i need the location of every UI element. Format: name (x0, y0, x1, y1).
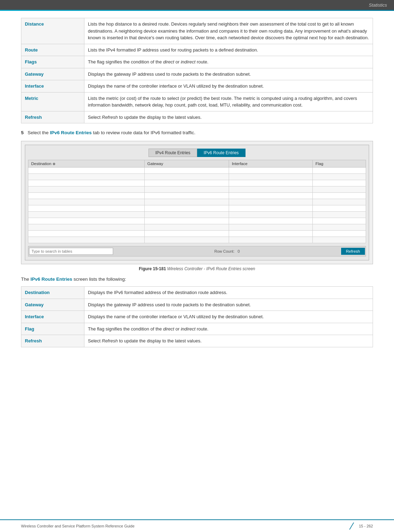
route-table: Destination ⊕ Gateway Interface Flag (28, 160, 366, 243)
table-cell-label: Gateway (21, 299, 84, 311)
svg-marker-0 (349, 523, 354, 530)
table-row: InterfaceDisplays the name of the contro… (21, 311, 373, 323)
figure-number: Figure 15-181 (139, 266, 166, 271)
table-cell-description: Lists the hop distance to a desired rout… (84, 18, 373, 44)
table-row: DistanceLists the hop distance to a desi… (21, 18, 373, 44)
footer-left-text: Wireless Controller and Service Platform… (21, 524, 134, 528)
table-row (28, 211, 366, 218)
table-row (28, 224, 366, 230)
figure-text: Wireless Controller - IPv6 Route Entries… (167, 266, 255, 271)
table-cell-label: Distance (21, 18, 84, 44)
table-cell-description: The flag signifies the condition of the … (84, 56, 373, 68)
table-cell-label: Metric (21, 92, 84, 111)
row-count-label: Row Count: 0 (214, 249, 240, 253)
table-cell-label: Gateway (21, 68, 84, 80)
bottom-info-table: DestinationDisplays the IPv6 formatted a… (21, 286, 373, 347)
screenshot-inner: IPv4 Route Entries IPv6 Route Entries De… (25, 145, 369, 260)
table-row (28, 237, 366, 243)
table-row (28, 186, 366, 192)
tab-ipv4-route-entries[interactable]: IPv4 Route Entries (148, 149, 197, 157)
tab-bar[interactable]: IPv4 Route Entries IPv6 Route Entries (28, 149, 366, 157)
main-content: DistanceLists the hop distance to a desi… (0, 11, 394, 367)
table-cell-description: Lists the metric (or cost) of the route … (84, 92, 373, 111)
table-cell-description: The flag signifies the condition of the … (84, 323, 373, 335)
step-number: 5 (21, 130, 24, 135)
table-row: RefreshSelect Refresh to update the disp… (21, 111, 373, 123)
table-row (28, 180, 366, 186)
footer-slash-icon (347, 522, 355, 530)
refresh-button[interactable]: Refresh (341, 248, 365, 255)
desc-text: The IPv6 Route Entries screen lists the … (21, 275, 373, 283)
table-cell-description: Select Refresh to update the display to … (84, 111, 373, 123)
table-cell-label: Interface (21, 80, 84, 93)
footer-right: 15 - 262 (347, 522, 373, 530)
table-row: RouteLists the IPv4 formatted IP address… (21, 44, 373, 56)
table-row: GatewayDisplays the gateway IP address u… (21, 299, 373, 311)
table-row: DestinationDisplays the IPv6 formatted a… (21, 287, 373, 299)
col-gateway: Gateway (144, 160, 229, 167)
table-cell-description: Displays the name of the controller inte… (84, 311, 373, 323)
table-cell-label: Route (21, 44, 84, 56)
table-cell-label: Destination (21, 287, 84, 299)
table-row (28, 230, 366, 237)
table-row (28, 205, 366, 211)
table-row: GatewayDisplays the gateway IP address u… (21, 68, 373, 80)
tab-ipv6-route-entries[interactable]: IPv6 Route Entries (197, 149, 246, 157)
top-info-table: DistanceLists the hop distance to a desi… (21, 18, 373, 123)
header-bar: Statistics (0, 0, 394, 10)
table-cell-label: Refresh (21, 111, 84, 123)
table-cell-description: Displays the gateway IP address used to … (84, 68, 373, 80)
table-row: FlagThe flag signifies the condition of … (21, 323, 373, 335)
table-row (28, 167, 366, 173)
table-cell-label: Flags (21, 56, 84, 68)
table-row: InterfaceDisplays the name of the contro… (21, 80, 373, 93)
table-row: FlagsThe flag signifies the condition of… (21, 56, 373, 68)
col-destination: Destination ⊕ (28, 160, 145, 167)
table-cell-label: Refresh (21, 335, 84, 347)
ipv6-entries-label: IPv6 Route Entries (30, 277, 72, 282)
table-cell-label: Interface (21, 311, 84, 323)
table-row: RefreshSelect Refresh to update the disp… (21, 335, 373, 347)
col-flag: Flag (312, 160, 366, 167)
footer-page-number: 15 - 262 (359, 524, 373, 528)
table-cell-description: Select Refresh to update the display to … (84, 335, 373, 347)
search-input[interactable] (29, 248, 113, 255)
header-title: Statistics (369, 2, 387, 8)
table-cell-description: Displays the name of the controller inte… (84, 80, 373, 93)
step5-text: 5 Select the IPv6 Route Entries tab to r… (21, 129, 373, 137)
table-cell-description: Lists the IPv4 formatted IP address used… (84, 44, 373, 56)
table-cell-label: Flag (21, 323, 84, 335)
col-interface: Interface (229, 160, 312, 167)
table-row (28, 192, 366, 199)
table-row (28, 173, 366, 180)
table-row (28, 199, 366, 205)
ipv6-tab-link: IPv6 Route Entries (50, 130, 92, 135)
screenshot-container: IPv4 Route Entries IPv6 Route Entries De… (21, 141, 373, 264)
table-row (28, 218, 366, 224)
search-bar-row: Row Count: 0 Refresh (28, 246, 366, 257)
table-cell-description: Displays the gateway IP address used to … (84, 299, 373, 311)
figure-caption: Figure 15-181 Wireless Controller - IPv6… (21, 266, 373, 271)
table-cell-description: Displays the IPv6 formatted address of t… (84, 287, 373, 299)
table-row: MetricLists the metric (or cost) of the … (21, 92, 373, 111)
footer: Wireless Controller and Service Platform… (0, 519, 394, 532)
